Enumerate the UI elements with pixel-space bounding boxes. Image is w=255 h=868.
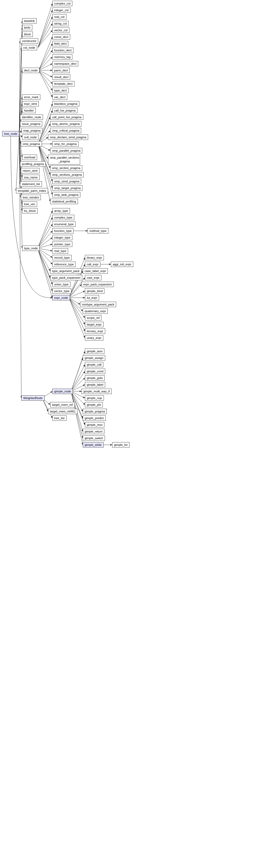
omp-parallel-sections-pragma-box: omp_parallel_sections_pragma [48,155,80,164]
call-point-hw-pragma-box: call_point_hw_pragma [50,115,83,120]
tree-reindex-box: tree_reindex [21,195,41,200]
template-decl-box: template_decl [52,81,74,86]
baselink-box: baselink [22,18,37,24]
expr-stmt-box: expr_stmt [22,101,39,106]
gimple-bind-box: gimple_bind [85,288,104,294]
gimple-while-box: gimple_while [83,442,104,447]
scope-ref-box: scope_ref [85,315,102,320]
union-type-box: union_type [52,282,71,287]
vector-type-box: vector_type [52,288,71,294]
omp-simd-pragma-box: omp_simd_pragma [52,179,81,184]
binfo-box: binfo [22,25,32,30]
expr-node-box: expr_node [52,295,70,300]
memory-tag-box: memory_tag [52,54,72,60]
gimple-asm-box: gimple_asm [85,348,104,354]
gimple-resx-box: gimple_resx [85,422,104,428]
omp-for-pragma-box: omp_for_pragma [52,141,78,147]
diagram-container: tree_node baselink binfo block construct… [0,0,255,868]
type-decl-box: type_decl [52,88,69,93]
tree-node-label: tree_node [4,132,17,135]
cast-expr-box: cast_expr [85,275,102,280]
nontype-argument-pack-box: nontype_argument_pack [80,302,116,307]
tree-vec-box: tree_vec [22,202,37,207]
gimple-return-box: gimple_return [83,429,104,434]
constructor-box: constructor [20,38,38,43]
weighted-node-box: WeightedNode [21,395,45,401]
gimple-cond-box: gimple_cond [85,369,105,374]
omp-task-pragma-box: omp_task_pragma [52,192,80,197]
gimple-label-box: gimple_label [85,382,105,387]
call-expr-box: call_expr [85,261,100,267]
gimple-predict-box: gimple_predict [83,415,106,421]
gimple-nop-box: gimple_nop [85,395,104,401]
statement-list-box: statement_list [20,181,42,187]
pointer-type-box: pointer_type [52,242,72,247]
function-decl-box: function_decl [52,48,73,53]
quaternary-expr-box: quaternary_expr [83,308,108,314]
ternary-expr-box: ternary_expr [85,329,105,334]
parm-decl-box: parm_decl [52,68,70,73]
expr-pack-expansion-box: expr_pack_expansion [81,282,114,287]
type-node-box: type_node [22,246,39,251]
function-type-box: function_type [52,228,73,234]
ssa-name-box: ssa_name [22,175,39,180]
omp-critical-pragma-box: omp_critical_pragma [50,128,81,133]
error-mark-box: error_mark [22,94,40,100]
omp-atomic-pragma-box: omp_atomic_pragma [50,121,81,126]
gimple-for-box: gimple_for [112,442,130,447]
aggr-init-expr-box: aggr_init_expr [111,261,133,267]
profiling-pragma-box: profiling_pragma [20,161,46,167]
gimple-multi-way-if-box: gimple_multi_way_if [81,389,112,394]
try-block-box: try_block [22,208,38,213]
template-parm-index-box: template_parm_index [16,188,48,193]
cst-node-box: cst_node [21,45,37,50]
target-expr-box: target_expr [85,322,104,327]
block-box: block [22,32,33,37]
record-type-box: record_type [52,255,72,260]
omp-target-pragma-box: omp_target_pragma [52,185,82,191]
blackbox-pragma-box: blackbox_pragma [52,101,79,106]
call-hw-pragma-box: call_hw_pragma [52,108,77,113]
decl-node-box: decl_node [22,68,39,73]
namespace-decl-box: namespace_decl [52,61,78,66]
statistical-profiling-box: statistical_profiling [50,199,78,204]
lut-expr-box: lut_expr [85,295,99,300]
gimple-node-box: gimple_node [52,389,73,394]
null-node-box: null_node [22,134,39,140]
return-stmt-box: return_stmt [21,168,39,173]
type-argument-pack-box: type_argument_pack [50,268,81,274]
real-cst-box: real_cst [52,14,67,20]
gimple-call-box: gimple_call [85,362,103,367]
reference-type-box: reference_type [52,261,76,267]
omp-sections-pragma-box: omp_sections_pragma [50,172,83,177]
vector-cst-box: vector_cst [52,28,69,33]
gimple-pragma-box: gimple_pragma [83,409,107,414]
string-cst-box: string_cst [52,21,69,26]
map-pragma-box: map_pragma [21,128,42,133]
gimple-phi-box: gimple_phi [85,402,103,407]
overload-box: overload [22,155,37,160]
omp-pragma-box: omp_pragma [21,141,42,147]
issue-pragma-box: issue_pragma [20,121,42,126]
target-mem-ref461-box: target_mem_ref461 [48,409,77,414]
real-type-box: real_type [52,248,68,254]
array-type-box: array_type [52,208,70,213]
result-decl-box: result_decl [52,74,70,80]
integer-cst-box: integer_cst [52,7,71,13]
tree-list-box: tree_list [52,415,67,421]
method-type-box: method_type [87,228,108,234]
omp-parallel-pragma-box: omp_parallel_pragma [50,148,82,153]
type-pack-expansion-box: type_pack_expansion [50,275,82,280]
omp-declare-simd-pragma-box: omp_declare_simd_pragma [48,134,88,140]
complex-type-box: complex_type [52,215,74,220]
gimple-assign-box: gimple_assign [83,355,105,361]
target-mem-ref-box: target_mem_ref [50,402,75,407]
tree-node-box: tree_node [2,131,19,136]
gimple-switch-box: gimple_switch [83,435,105,441]
var-decl-box: var_decl [52,94,67,100]
gimple-goto-box: gimple_goto [85,375,105,381]
const-decl-box: const_decl [52,34,70,39]
unary-expr-box: unary_expr [85,335,103,341]
omp-section-pragma-box: omp_section_pragma [50,165,82,170]
integer-type-box: integer_type [52,235,72,240]
